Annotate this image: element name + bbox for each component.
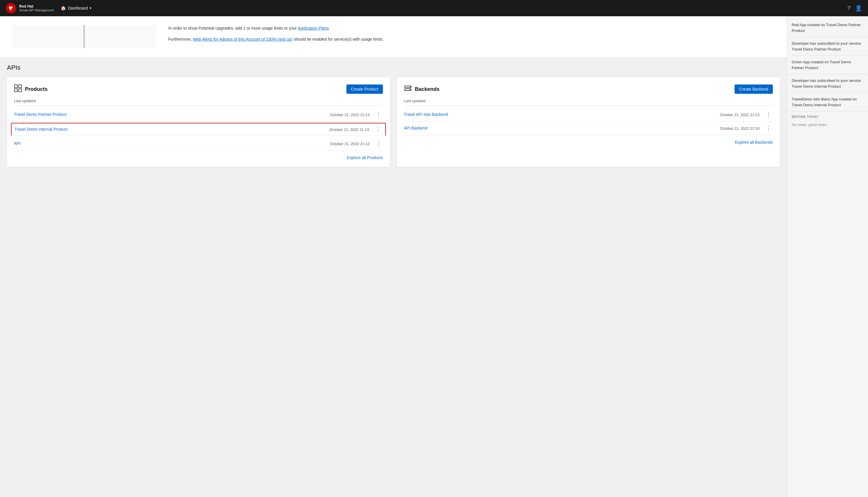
backends-title-group: Backends xyxy=(404,84,440,94)
user-icon[interactable]: 👤 xyxy=(855,5,862,12)
backend-link[interactable]: API Backend xyxy=(404,125,427,131)
item-date: October 21, 2022 21:13 xyxy=(720,113,760,117)
explore-products-link[interactable]: Explore all Products xyxy=(14,155,383,160)
activity-feed: Red App created on Travel Demo Partner P… xyxy=(787,16,868,131)
backends-card: Backends Create Backend Last updated Tra… xyxy=(397,77,780,167)
apis-title: APIs xyxy=(7,64,780,71)
help-icon[interactable]: ? xyxy=(848,5,850,11)
item-controls: October 21, 2022 21:10 ⋮ xyxy=(715,125,773,132)
brand: Red Hat 3scale API Management xyxy=(6,3,54,13)
item-date: October 21, 2022 21:12 xyxy=(330,142,370,146)
upgrades-paragraph2: Furthermore, Web Alerts for Admins of th… xyxy=(168,36,775,42)
svg-point-8 xyxy=(410,89,411,90)
redhat-logo xyxy=(6,3,16,13)
products-card: Products Create Product Last updated Tra… xyxy=(7,77,390,167)
svg-rect-3 xyxy=(15,89,17,92)
backends-divider xyxy=(404,105,773,106)
products-divider xyxy=(14,105,383,106)
activity-list: Red App created on Travel Demo Partner P… xyxy=(787,18,868,112)
backends-icon xyxy=(404,84,412,94)
no-news-text: No news, good news. xyxy=(787,120,868,129)
products-title-group: Products xyxy=(14,84,47,94)
item-controls: October 21, 2022 21:13 ⋮ xyxy=(325,111,383,118)
backend-list-item: Travel API Istio Backend October 21, 202… xyxy=(404,108,773,122)
item-menu-btn[interactable]: ⋮ xyxy=(374,140,383,147)
product-list-item: API October 21, 2022 21:12 ⋮ xyxy=(14,137,383,151)
backends-card-header: Backends Create Backend xyxy=(404,84,773,94)
product-item-highlighted: Travel Demo Internal Product October 21,… xyxy=(11,123,386,136)
home-icon: 🏠 xyxy=(61,5,66,11)
product-link[interactable]: API xyxy=(14,141,20,146)
topnav-left: Red Hat 3scale API Management 🏠 Dashboar… xyxy=(6,3,91,13)
backends-card-title: Backends xyxy=(415,86,440,92)
activity-item[interactable]: Developer has subscribed to your service… xyxy=(787,37,868,56)
upgrades-left-panel xyxy=(12,25,157,48)
item-controls: October 21, 2022 21:12 ⋮ xyxy=(325,140,383,147)
topnav: Red Hat 3scale API Management 🏠 Dashboar… xyxy=(0,0,868,16)
item-date: October 21, 2022 21:13 xyxy=(329,127,369,132)
main-layout: In order to show Potential Upgrades, add… xyxy=(0,16,868,497)
sidebar: Red App created on Travel Demo Partner P… xyxy=(787,16,868,497)
brand-title: Red Hat xyxy=(19,4,54,9)
product-item: API October 21, 2022 21:12 ⋮ xyxy=(14,137,383,151)
product-item: Travel Demo Partner Product October 21, … xyxy=(14,108,383,122)
chevron-down-icon: ▾ xyxy=(90,6,91,10)
application-plans-link[interactable]: Application Plans xyxy=(298,26,329,30)
apis-section: APIs xyxy=(0,64,787,174)
item-menu-btn[interactable]: ⋮ xyxy=(764,125,773,132)
products-card-header: Products Create Product xyxy=(14,84,383,94)
svg-rect-1 xyxy=(15,85,17,88)
item-date: October 21, 2022 21:13 xyxy=(330,113,370,117)
activity-item[interactable]: TravelDemo Istio Basic App created on Tr… xyxy=(787,93,868,112)
products-card-title: Products xyxy=(25,86,47,92)
content-area: In order to show Potential Upgrades, add… xyxy=(0,16,787,497)
item-menu-btn[interactable]: ⋮ xyxy=(764,111,773,118)
product-list-item: Travel Demo Internal Product October 21,… xyxy=(14,123,383,136)
create-backend-button[interactable]: Create Backend xyxy=(735,84,773,94)
dashboard-label: Dashboard xyxy=(68,6,88,11)
activity-item[interactable]: Developer has subscribed to your service… xyxy=(787,74,868,93)
backends-list: Travel API Istio Backend October 21, 202… xyxy=(404,108,773,135)
web-alerts-link[interactable]: Web Alerts for Admins of this Account of… xyxy=(193,37,293,42)
activity-item[interactable]: Red App created on Travel Demo Partner P… xyxy=(787,18,868,37)
topnav-right: ? 👤 xyxy=(848,5,862,12)
backend-item: API Backend October 21, 2022 21:10 ⋮ xyxy=(404,122,773,135)
brand-sub: 3scale API Management xyxy=(19,9,54,12)
backend-item: Travel API Istio Backend October 21, 202… xyxy=(404,108,773,122)
item-menu-btn[interactable]: ⋮ xyxy=(374,111,383,118)
svg-rect-2 xyxy=(18,85,21,88)
svg-point-7 xyxy=(410,86,411,87)
products-icon xyxy=(14,84,22,94)
backends-last-updated-label: Last updated xyxy=(404,99,773,103)
item-controls: October 21, 2022 21:13 ⋮ xyxy=(715,111,773,118)
brand-text: Red Hat 3scale API Management xyxy=(19,4,54,13)
item-menu-btn[interactable]: ⋮ xyxy=(374,126,382,133)
upgrades-content: In order to show Potential Upgrades, add… xyxy=(168,25,775,48)
item-date: October 21, 2022 21:10 xyxy=(720,126,760,131)
dashboard-nav[interactable]: 🏠 Dashboard ▾ xyxy=(61,5,91,11)
item-controls: October 21, 2022 21:13 ⋮ xyxy=(325,126,382,133)
explore-backends-link[interactable]: Explore all Backends xyxy=(404,140,773,145)
product-list-item: Travel Demo Partner Product October 21, … xyxy=(14,108,383,122)
product-link[interactable]: Travel Demo Internal Product xyxy=(15,127,67,132)
cards-row: Products Create Product Last updated Tra… xyxy=(7,77,780,167)
backend-link[interactable]: Travel API Istio Backend xyxy=(404,112,448,117)
product-link[interactable]: Travel Demo Partner Product xyxy=(14,112,67,117)
scroll-indicator xyxy=(83,25,85,48)
svg-rect-4 xyxy=(18,89,21,92)
upgrades-paragraph1: In order to show Potential Upgrades, add… xyxy=(168,25,775,31)
backend-list-item: API Backend October 21, 2022 21:10 ⋮ xyxy=(404,122,773,135)
before-today-label: BEFORE TODAY xyxy=(787,112,868,120)
activity-item[interactable]: Green App created on Travel Demo Partner… xyxy=(787,56,868,74)
products-list: Travel Demo Partner Product October 21, … xyxy=(14,108,383,151)
upgrades-card: In order to show Potential Upgrades, add… xyxy=(0,16,787,57)
products-last-updated-label: Last updated xyxy=(14,99,383,103)
create-product-button[interactable]: Create Product xyxy=(347,84,383,94)
